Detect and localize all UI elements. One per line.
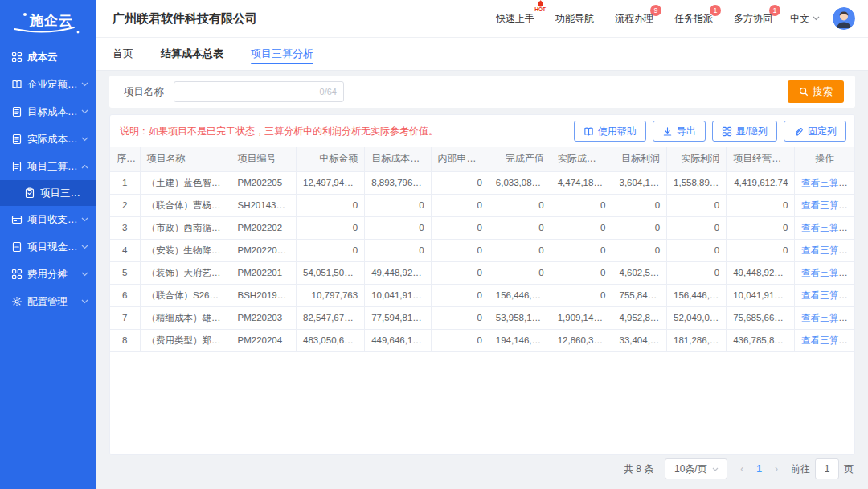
column-header-4: 目标成本金额 [365, 147, 431, 171]
action-cell: 查看三算明细 [795, 284, 854, 306]
cell: 3 [110, 216, 140, 239]
cell: 2 [110, 194, 140, 216]
cell: 436,785,850.83 [727, 329, 795, 351]
nav-item-process-handling[interactable]: 流程办理9 [615, 12, 653, 26]
chevron-down-icon [81, 244, 88, 249]
sidebar-item-actual-cost-collect[interactable]: 实际成本归集 [0, 125, 96, 153]
user-avatar[interactable] [833, 7, 855, 30]
cell: 7 [110, 306, 140, 329]
nav-item-task-assign[interactable]: 任务指派1 [674, 12, 713, 26]
column-header-3: 中标金额 [296, 147, 364, 171]
chevron-down-icon [81, 109, 88, 114]
project-name-input[interactable] [181, 86, 315, 97]
cell: 10,797,763 [296, 284, 364, 306]
sidebar-item-expense-allocation[interactable]: 费用分摊 [0, 261, 96, 288]
sidebar-item-three-calc-analysis-sub[interactable]: 项目三算分析 [0, 180, 96, 206]
view-three-calc-detail-link[interactable]: 查看三算明细 [801, 178, 854, 187]
search-button[interactable]: 搜索 [788, 80, 844, 103]
cell: 75,685,668.27 [727, 306, 795, 329]
view-three-calc-detail-link[interactable]: 查看三算明细 [801, 223, 854, 232]
cell: 12,860,319.03 [551, 329, 612, 351]
sidebar-item-label: 成本云 [27, 51, 88, 64]
cell: 0 [551, 194, 612, 216]
tab-three-calc-analysis[interactable]: 项目三算分析 [251, 38, 313, 70]
column-header-11: 操作 [795, 147, 854, 171]
cell: 0 [551, 239, 612, 261]
chevron-down-icon [81, 299, 88, 304]
total-count: 共 8 条 [624, 462, 653, 476]
tab-settlement-cost-summary[interactable]: 结算成本总表 [161, 38, 223, 70]
column-header-7: 实际成本金额 [551, 147, 612, 171]
sidebar-item-label: 项目收支分析 [27, 213, 81, 227]
help-button[interactable]: 使用帮助 [574, 121, 646, 142]
prev-page-button[interactable]: ‹ [739, 463, 745, 475]
nav-item-feature-nav[interactable]: 功能导航 [555, 12, 594, 26]
sidebar-item-target-cost-estimate[interactable]: 目标成本测算 [0, 98, 96, 125]
language-label: 中文 [790, 12, 809, 26]
view-three-calc-detail-link[interactable]: 查看三算明细 [801, 245, 854, 255]
doc-icon [11, 161, 23, 172]
view-three-calc-detail-link[interactable]: 查看三算明细 [801, 290, 854, 300]
cell: 0 [365, 216, 431, 239]
cell: 0 [667, 261, 727, 284]
view-three-calc-detail-link[interactable]: 查看三算明细 [801, 200, 854, 210]
nav-item-multi-party-collab[interactable]: 多方协同1 [734, 12, 772, 26]
sidebar-item-label: 实际成本归集 [27, 133, 81, 146]
sidebar-item-income-expense-analysis[interactable]: 项目收支分析 [0, 206, 96, 233]
cell: 0 [489, 216, 551, 239]
doc-icon [11, 106, 23, 117]
sidebar-item-three-calc-analysis[interactable]: 项目三算分析 [0, 153, 96, 180]
cell: PM220203 [231, 306, 296, 329]
cell: 0 [489, 239, 551, 261]
book-icon [583, 126, 594, 137]
view-three-calc-detail-link[interactable]: 查看三算明细 [801, 335, 854, 345]
app-window: 施企云 成本云企业定额管理目标成本测算实际成本归集项目三算分析项目三算分析项目收… [0, 0, 868, 489]
cell: 1 [110, 171, 140, 194]
cell: PM202201 [231, 261, 296, 284]
page-size-select[interactable]: 10条/页 [665, 458, 727, 479]
goto-page-input[interactable] [815, 458, 839, 479]
gear-icon [11, 296, 23, 307]
cell: （费用类型）郑州冬青街中... [140, 329, 231, 351]
next-page-button[interactable]: › [773, 463, 780, 475]
action-cell: 查看三算明细 [795, 261, 854, 284]
action-cell: 查看三算明细 [795, 329, 854, 351]
table-row: 7（精细成本）雄楚大道4#...PM22020382,547,674.9277,… [110, 306, 854, 329]
doc-icon [11, 241, 23, 253]
clipboard-icon [24, 187, 35, 199]
view-three-calc-detail-link[interactable]: 查看三算明细 [801, 313, 854, 323]
company-name: 广州联君软件科技有限公司 [113, 11, 496, 27]
sidebar-item-cash-flow-management[interactable]: 项目现金流管理 [0, 233, 96, 261]
button-label: 使用帮助 [598, 125, 637, 138]
cell: 0 [612, 239, 667, 261]
column-header-1: 项目名称 [140, 147, 231, 171]
language-switcher[interactable]: 中文 [790, 12, 820, 26]
action-cell: 查看三算明细 [795, 306, 854, 329]
sidebar-item-enterprise-quota[interactable]: 企业定额管理 [0, 71, 96, 98]
nav-item-quick-start[interactable]: 快速上手HOT [496, 12, 534, 26]
sidebar-item-cost-cloud[interactable]: 成本云 [0, 43, 96, 71]
view-three-calc-detail-link[interactable]: 查看三算明细 [801, 268, 854, 277]
cell: 4,952,860.5 [612, 306, 667, 329]
tab-home[interactable]: 首页 [113, 38, 133, 70]
current-page-number[interactable]: 1 [756, 463, 762, 475]
sidebar-item-label: 费用分摊 [27, 268, 81, 281]
action-cell: 查看三算明细 [795, 239, 854, 261]
page-size-value: 10条/页 [674, 462, 707, 476]
fix-columns-button[interactable]: 固定列 [784, 121, 846, 142]
cell: 0 [489, 194, 551, 216]
sidebar-item-config-management[interactable]: 配置管理 [0, 288, 96, 315]
show-hide-columns-button[interactable]: 显/隐列 [712, 121, 777, 142]
logo-swoosh-icon [13, 27, 80, 35]
cell: 6 [110, 284, 140, 306]
cell: 0 [431, 306, 489, 329]
table-row: 5（装饰）天府艺术公园-文...PM20220154,051,507.0249,… [110, 261, 854, 284]
cell: （装饰）天府艺术公园-文... [140, 261, 231, 284]
chevron-down-icon [81, 137, 88, 142]
app-logo[interactable]: 施企云 [0, 0, 96, 40]
table-row: 1（土建）蓝色智谷产业园项...PM20220512,497,942.518,8… [110, 171, 854, 194]
goto-suffix: 页 [844, 462, 854, 476]
export-button[interactable]: 导出 [653, 121, 706, 142]
search-icon [799, 87, 809, 97]
top-nav: 快速上手HOT功能导航流程办理9任务指派1多方协同1 [496, 12, 772, 26]
